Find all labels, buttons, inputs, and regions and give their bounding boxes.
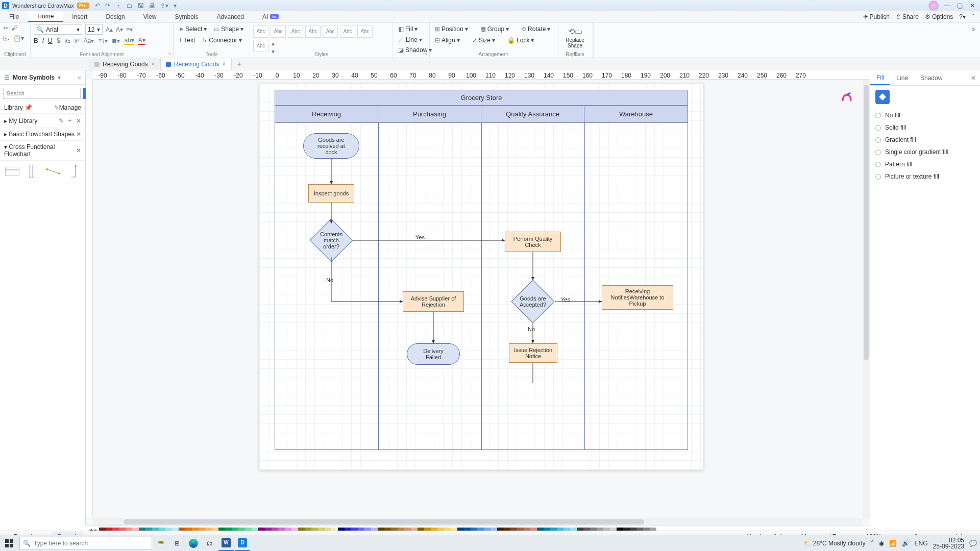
rotate-button[interactable]: ⟲Rotate▾ [519, 24, 552, 34]
shape-inspect-goods[interactable]: Inspect goods [308, 184, 354, 203]
size-button[interactable]: ⤢Size▾ [470, 36, 497, 45]
tb-taskview-icon[interactable]: ⊞ [169, 536, 185, 551]
style-4[interactable]: Abc [305, 26, 321, 38]
strike-icon[interactable]: S̶ [57, 37, 61, 44]
shape-tool[interactable]: ▭Shape▾ [212, 24, 246, 34]
cat-cross-functional[interactable]: ▾ Cross Functional Flowchart ✕ [0, 141, 85, 161]
new-icon[interactable]: ＋ [115, 2, 121, 10]
tray-chevron-icon[interactable]: ˄ [871, 540, 874, 547]
close-cat1-icon[interactable]: ✕ [76, 131, 81, 138]
save-icon[interactable]: 🖫 [138, 2, 144, 9]
fill-button[interactable]: ◧Fill▾ [396, 24, 420, 34]
taskbar-search-input[interactable] [34, 540, 149, 547]
shrink-font-icon[interactable]: A▾ [116, 26, 123, 33]
my-library[interactable]: ▸ My Library ✎＋✕ [0, 114, 85, 128]
add-lib-icon[interactable]: ＋ [67, 116, 73, 125]
replace-shape-icon[interactable]: ⟲▭ [568, 27, 582, 36]
start-button[interactable] [0, 539, 18, 547]
user-avatar[interactable] [928, 1, 939, 11]
lane-warehouse[interactable]: Warehouse [584, 106, 688, 122]
shadow-button[interactable]: ◪Shadow▾ [396, 45, 434, 55]
shape-separator-h[interactable] [45, 165, 61, 178]
close-icon[interactable]: ✕ [970, 2, 975, 9]
open-icon[interactable]: 🗀 [127, 2, 133, 9]
tray-lang-icon[interactable]: ENG [915, 540, 928, 547]
fill-opt-gradient[interactable]: Gradient fill [875, 134, 975, 146]
export-icon[interactable]: ⇪▾ [160, 2, 168, 9]
shape-rejection-notice[interactable]: Issue Rejection Notice [509, 343, 557, 363]
copy-icon[interactable]: ⎘▾ [3, 35, 10, 42]
line-spacing-icon[interactable]: ≡↕▾ [98, 37, 108, 44]
grow-font-icon[interactable]: A▴ [106, 26, 113, 33]
menu-ai[interactable]: AIhot [253, 11, 288, 22]
tray-clock[interactable]: 02:0525-09-2023 [933, 537, 964, 549]
taskbar-search[interactable]: 🔍 [19, 537, 152, 550]
print-icon[interactable]: 🖶 [149, 2, 155, 9]
pin-icon[interactable]: 📌 [24, 104, 32, 111]
symbols-menu-icon[interactable]: ▾ [58, 74, 61, 81]
manage-link[interactable]: ✎Manage [54, 104, 81, 111]
prop-tab-line[interactable]: Line [890, 70, 914, 85]
tb-word-icon[interactable]: W [218, 536, 234, 551]
paste-icon[interactable]: 📋▾ [13, 35, 24, 42]
tb-edraw-icon[interactable]: D [235, 536, 250, 551]
style-2[interactable]: Abc [271, 26, 286, 38]
shape-quality-check[interactable]: Perform Quality Check [505, 232, 561, 252]
bold-icon[interactable]: B [34, 37, 38, 44]
redo-icon[interactable]: ↷ [105, 2, 110, 9]
shape-swimlane-v[interactable] [26, 165, 39, 178]
shape-separator-v[interactable] [67, 165, 81, 178]
lock-button[interactable]: 🔒Lock▾ [505, 36, 536, 45]
style-7[interactable]: Abc [357, 26, 373, 38]
menu-view[interactable]: View [134, 11, 166, 22]
menu-advanced[interactable]: Advanced [208, 11, 253, 22]
shape-delivery-failed[interactable]: Delivery Failed [407, 343, 460, 365]
prop-tab-fill[interactable]: Fill [870, 70, 890, 85]
menu-file[interactable]: File [0, 11, 28, 22]
lane-receiving[interactable]: Receiving [275, 106, 378, 122]
fill-style-icon[interactable] [875, 90, 890, 104]
close-cat2-icon[interactable]: ✕ [76, 147, 81, 154]
fill-opt-none[interactable]: No fill [875, 109, 975, 121]
tb-explorer-icon[interactable]: 🗂 [202, 536, 217, 551]
menu-home[interactable]: Home [28, 11, 63, 22]
select-tool[interactable]: ➤Select▾ [177, 24, 209, 34]
italic-icon[interactable]: I [42, 37, 44, 44]
fill-opt-solid[interactable]: Solid fill [875, 121, 975, 134]
collapse-symbols-icon[interactable]: « [78, 74, 81, 81]
align-button[interactable]: ⊟Align▾ [433, 36, 462, 45]
font-color-icon[interactable]: A▾ [138, 37, 145, 45]
sup-icon[interactable]: x² [75, 37, 80, 44]
share-button[interactable]: ⇪Share [896, 13, 919, 20]
tray-wifi-icon[interactable]: 📶 [889, 540, 897, 547]
tray-meet-icon[interactable]: ◉ [879, 540, 884, 547]
swimlane-title[interactable]: Grocery Store [275, 90, 688, 106]
connector-tool[interactable]: ↳Connector▾ [200, 36, 243, 45]
highlight-icon[interactable]: ab▾ [124, 37, 134, 45]
publish-button[interactable]: ✈Publish [863, 13, 890, 20]
expand-right-panel-icon[interactable]: » [972, 26, 975, 33]
position-button[interactable]: ⊞Position▾ [433, 24, 470, 34]
help-icon[interactable]: ?▾ [959, 13, 966, 20]
shape-contents-match[interactable]: Contents match order? [310, 219, 353, 262]
ai-assistant-icon[interactable] [841, 92, 852, 103]
close-lib-icon[interactable]: ✕ [76, 116, 81, 125]
line-button[interactable]: ／Line▾ [396, 34, 424, 45]
fill-opt-picture[interactable]: Picture or texture fill [875, 170, 975, 183]
close-tab-1-icon[interactable]: ✕ [151, 61, 155, 67]
undo-icon[interactable]: ↶ [95, 2, 100, 9]
doc-tab-2[interactable]: Receving Goods ✕ [161, 58, 232, 70]
shape-swimlane-h[interactable] [5, 165, 19, 178]
align-menu-icon[interactable]: ≡▾ [126, 26, 133, 33]
shape-advise-supplier[interactable]: Advise Supplier of Rejection [403, 291, 464, 312]
cat-basic-flowchart[interactable]: ▸ Basic Flowchart Shapes ✕ [0, 128, 85, 141]
menu-symbols[interactable]: Symbols [166, 11, 208, 22]
swimlane[interactable]: Grocery Store Receiving Purchasing Quali… [275, 90, 688, 450]
text-tool[interactable]: TText [177, 36, 197, 45]
style-6[interactable]: Abc [340, 26, 355, 38]
style-5[interactable]: Abc [323, 26, 338, 38]
qat-more-icon[interactable]: ▾ [174, 2, 177, 9]
style-1[interactable]: Abc [253, 26, 268, 38]
style-dialog-icon[interactable]: ↘ [424, 51, 428, 56]
font-size[interactable]: 12▾ [85, 24, 103, 35]
